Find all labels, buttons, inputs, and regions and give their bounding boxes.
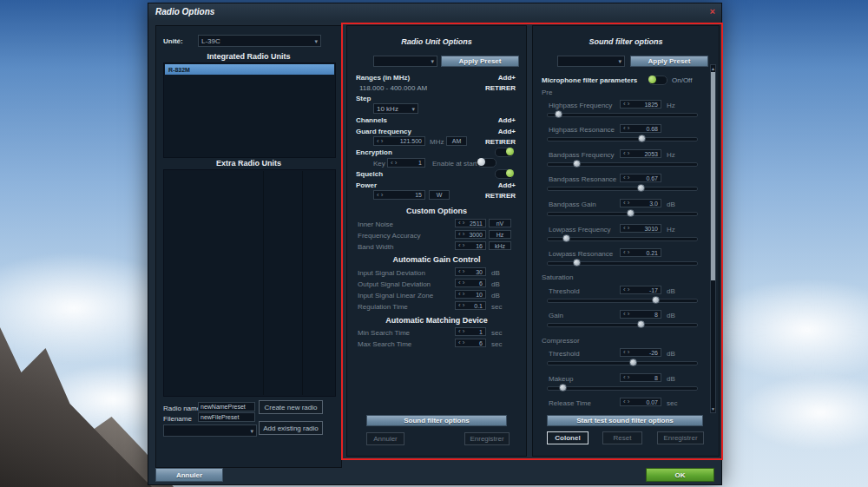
decrement-icon[interactable]: ‹ [458,220,461,227]
extra-radio-list[interactable] [163,169,336,397]
create-new-radio-button[interactable]: Create new radio [259,400,323,414]
close-icon[interactable]: × [710,7,715,16]
decrement-icon[interactable]: ‹ [623,174,626,181]
unit-select[interactable]: kHz [489,241,511,250]
apply-preset-button[interactable]: Apply Preset [630,56,708,67]
add-channel-button[interactable]: Add+ [498,116,516,124]
power-unit-select[interactable]: W [429,190,450,200]
increment-icon[interactable]: › [463,220,465,227]
scroll-up-icon[interactable]: ▲ [711,66,715,71]
increment-icon[interactable]: › [395,160,398,167]
decrement-icon[interactable]: ‹ [623,311,626,318]
save-button[interactable]: Enregistrer [657,431,704,444]
unit-select[interactable]: nV [489,219,511,227]
value-spinner[interactable]: ‹›3000 [455,230,486,239]
squelch-toggle[interactable] [495,169,514,179]
filter-slider[interactable] [547,113,698,117]
decrement-icon[interactable]: ‹ [458,268,461,275]
value-spinner[interactable]: ‹›0.68 [620,124,661,133]
increment-icon[interactable]: › [628,125,630,132]
filter-slider[interactable] [547,386,698,391]
decrement-icon[interactable]: ‹ [623,200,626,207]
decrement-icon[interactable]: ‹ [377,192,379,199]
decrement-icon[interactable]: ‹ [623,398,626,405]
decrement-icon[interactable]: ‹ [458,328,461,335]
radio-name-input[interactable]: newNamePreset [198,402,255,411]
slider-handle[interactable] [637,184,645,192]
sound-filter-options-button[interactable]: Sound filter options [366,415,507,426]
value-spinner[interactable]: ‹›1 [455,327,486,336]
value-spinner[interactable]: ‹›2053 [620,149,661,158]
add-power-button[interactable]: Add+ [498,181,516,189]
filter-slider[interactable] [547,299,698,303]
decrement-icon[interactable]: ‹ [623,286,626,293]
value-spinner[interactable]: ‹›0.07 [620,398,661,406]
save-button[interactable]: Enregistrer [464,432,510,445]
step-select[interactable]: 10 kHz ▾ [373,103,418,114]
slider-handle[interactable] [637,320,645,328]
colonel-button[interactable]: Colonel [547,431,589,444]
slider-handle[interactable] [562,234,570,242]
increment-icon[interactable]: › [628,174,630,181]
add-guard-button[interactable]: Add+ [498,128,516,135]
guard-mode-select[interactable]: AM [446,136,467,146]
filter-slider[interactable] [547,237,698,241]
list-item-selected[interactable]: R-832M [165,64,334,75]
increment-icon[interactable]: › [628,249,630,256]
mic-onoff-toggle[interactable] [648,76,667,85]
value-spinner[interactable]: ‹›1825 [620,100,661,109]
filter-slider[interactable] [547,261,698,266]
increment-icon[interactable]: › [463,328,465,335]
increment-icon[interactable]: › [463,302,465,309]
scrollbar-thumb[interactable] [711,72,715,280]
cancel-button[interactable]: Annuler [366,432,404,445]
slider-handle[interactable] [627,209,635,217]
decrement-icon[interactable]: ‹ [623,101,626,108]
value-spinner[interactable]: ‹›-26 [620,348,661,357]
decrement-icon[interactable]: ‹ [458,280,461,286]
filter-slider[interactable] [547,137,698,141]
increment-icon[interactable]: › [628,311,630,318]
decrement-icon[interactable]: ‹ [623,374,626,381]
value-spinner[interactable]: ‹›2511 [455,219,486,227]
increment-icon[interactable]: › [628,286,630,293]
add-existing-radio-button[interactable]: Add existing radio [259,421,323,435]
value-spinner[interactable]: ‹›6 [455,279,486,287]
scroll-down-icon[interactable]: ▼ [711,406,715,411]
value-spinner[interactable]: ‹›0.1 [455,301,486,310]
increment-icon[interactable]: › [628,200,630,207]
power-spinner[interactable]: ‹ › 15 [373,190,425,200]
increment-icon[interactable]: › [463,339,465,346]
apply-preset-button[interactable]: Apply Preset [441,56,519,67]
value-spinner[interactable]: ‹›-17 [620,286,661,294]
decrement-icon[interactable]: ‹ [458,339,461,346]
increment-icon[interactable]: › [628,349,630,356]
reset-button[interactable]: Reset [602,431,642,444]
decrement-icon[interactable]: ‹ [623,225,626,232]
decrement-icon[interactable]: ‹ [458,231,461,238]
guard-frequency-spinner[interactable]: ‹ › 121.500 [373,136,425,146]
increment-icon[interactable]: › [463,242,465,249]
value-spinner[interactable]: ‹›3.0 [620,199,661,207]
filter-slider[interactable] [547,323,698,327]
dialog-ok-button[interactable]: OK [646,468,714,482]
increment-icon[interactable]: › [463,231,465,238]
increment-icon[interactable]: › [628,398,630,405]
increment-icon[interactable]: › [628,101,630,108]
scrollbar[interactable]: ▲ ▼ [710,64,716,413]
value-spinner[interactable]: ‹›16 [455,241,486,250]
enable-at-start-toggle[interactable] [477,158,496,168]
slider-handle[interactable] [573,259,581,267]
decrement-icon[interactable]: ‹ [623,150,626,157]
remove-range-button[interactable]: RETIRER [485,84,516,92]
filter-slider[interactable] [547,187,698,191]
increment-icon[interactable]: › [628,374,630,381]
filename-input[interactable]: newFilePreset [198,412,255,422]
remove-power-button[interactable]: RETIRER [485,192,516,200]
decrement-icon[interactable]: ‹ [391,160,393,167]
existing-radio-select[interactable]: ▾ [163,424,257,437]
slider-handle[interactable] [629,359,637,366]
slider-handle[interactable] [555,110,562,118]
dialog-cancel-button[interactable]: Annuler [155,468,223,482]
slider-handle[interactable] [638,135,646,142]
